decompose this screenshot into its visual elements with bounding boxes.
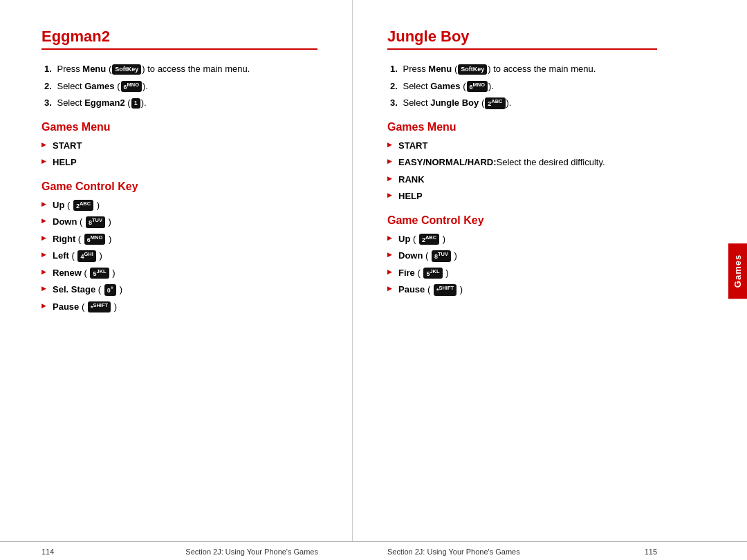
footer: 114 Section 2J: Using Your Phone's Games…: [0, 541, 747, 560]
right-step-2: Select Games (6MNO).: [387, 80, 657, 93]
right-ctrl-up: Up ( 2ABC ): [387, 232, 657, 246]
left-step-1: Press Menu (SoftKey) to access the main …: [42, 62, 317, 76]
right-control-key-list: Up ( 2ABC ) Down ( 8TUV ) Fire ( 5JKL ) …: [387, 232, 657, 297]
right-menu-rank: RANK: [387, 173, 657, 187]
right-ctrl-pause: Pause ( *SHIFT ): [387, 283, 657, 297]
right-page: Jungle Boy Press Menu (SoftKey) to acces…: [353, 0, 706, 541]
left-menu-start: START: [42, 139, 317, 153]
games-sidebar-tab: Games: [728, 243, 747, 298]
right-footer-section: Section 2J: Using Your Phone's Games: [387, 548, 520, 556]
right-games-menu-heading: Games Menu: [387, 121, 657, 133]
left-control-key-list: Up ( 2ABC ) Down ( 8TUV ) Right ( 6MNO )…: [42, 198, 317, 314]
right-games-menu-list: START EASY/NORMAL/HARD:Select the desire…: [387, 139, 657, 203]
right-page-number: 115: [645, 548, 657, 556]
games-label: Games: [84, 81, 114, 91]
right-menu-start: START: [387, 139, 657, 153]
left-games-menu-heading: Games Menu: [42, 121, 317, 133]
right-menu-help: HELP: [387, 189, 657, 203]
left-steps-list: Press Menu (SoftKey) to access the main …: [42, 62, 317, 110]
right-menu-difficulty: EASY/NORMAL/HARD:Select the desired diff…: [387, 156, 657, 169]
eggman2-label: Eggman2: [84, 97, 125, 108]
left-menu-help: HELP: [42, 156, 317, 169]
right-2abc-badge: 2ABC: [485, 97, 505, 109]
menu-label: Menu: [82, 64, 106, 74]
right-page-title: Jungle Boy: [387, 28, 657, 50]
right-softkey-badge: SoftKey: [458, 64, 487, 75]
left-page-number: 114: [42, 548, 54, 556]
right-step-1: Press Menu (SoftKey) to access the main …: [387, 62, 657, 76]
left-ctrl-selstage: Sel. Stage ( 0+ ): [42, 283, 317, 297]
left-ctrl-down: Down ( 8TUV ): [42, 215, 317, 229]
right-ctrl-fire: Fire ( 5JKL ): [387, 266, 657, 280]
left-games-menu-list: START HELP: [42, 139, 317, 169]
left-step-2: Select Games (6MNO).: [42, 80, 317, 93]
right-steps-list: Press Menu (SoftKey) to access the main …: [387, 62, 657, 110]
left-page: Eggman2 Press Menu (SoftKey) to access t…: [0, 0, 353, 541]
left-ctrl-left: Left ( 4GHI ): [42, 249, 317, 263]
footer-left: 114 Section 2J: Using Your Phone's Games: [0, 548, 353, 556]
softkey-badge: SoftKey: [112, 64, 141, 75]
right-games-label: Games: [430, 81, 460, 91]
right-menu-label: Menu: [428, 64, 452, 74]
right-ctrl-down: Down ( 8TUV ): [387, 249, 657, 263]
left-ctrl-up: Up ( 2ABC ): [42, 198, 317, 212]
left-ctrl-pause: Pause ( *SHIFT ): [42, 300, 317, 314]
left-footer-section: Section 2J: Using Your Phone's Games: [185, 548, 318, 556]
left-step-3: Select Eggman2 (1).: [42, 96, 317, 110]
6mno-badge: 6MNO: [121, 81, 142, 93]
page-container: Eggman2 Press Menu (SoftKey) to access t…: [0, 0, 747, 541]
right-control-key-heading: Game Control Key: [387, 214, 657, 227]
1-badge: 1: [131, 98, 140, 109]
left-ctrl-right: Right ( 6MNO ): [42, 232, 317, 246]
left-ctrl-renew: Renew ( 5JKL ): [42, 266, 317, 280]
right-6mno-badge: 6MNO: [467, 81, 488, 93]
jungleboy-label: Jungle Boy: [430, 97, 479, 108]
right-step-3: Select Jungle Boy (2ABC).: [387, 96, 657, 110]
left-page-title: Eggman2: [42, 28, 317, 50]
footer-right: Section 2J: Using Your Phone's Games 115: [353, 548, 706, 556]
left-control-key-heading: Game Control Key: [42, 180, 317, 193]
